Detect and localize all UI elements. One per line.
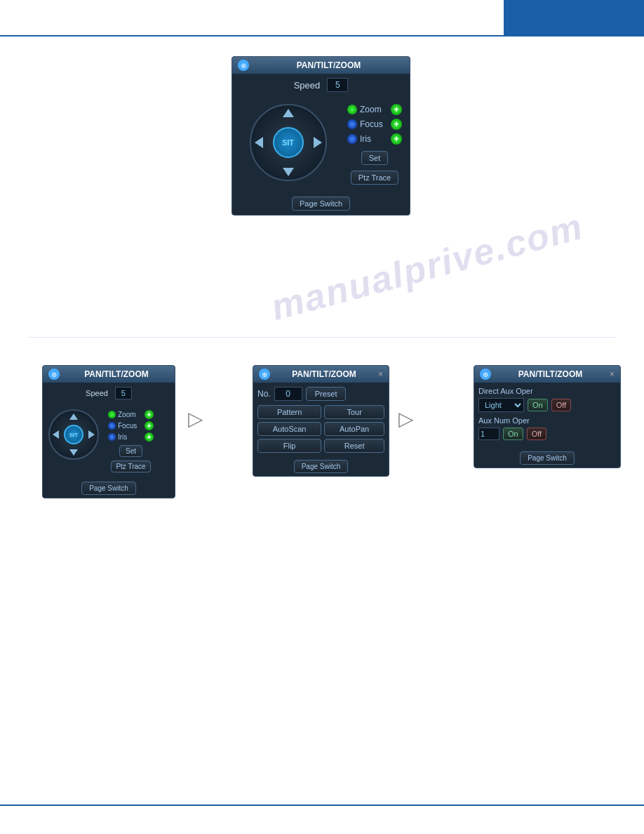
large-panel-title: PAN/TILT/ZOOM (253, 60, 404, 70)
small-1-page-switch-btn[interactable]: Page Switch (81, 482, 136, 495)
small-2-page-switch-btn[interactable]: Page Switch (294, 460, 349, 473)
small-3-page-switch-btn[interactable]: Page Switch (520, 451, 575, 465)
arrow-down-large[interactable] (283, 168, 294, 176)
small-1-zoom-row: Zoom + (108, 410, 154, 419)
preset-btn[interactable]: Preset (306, 387, 347, 401)
large-panel-inner: SIT Zoom + Focus + Iris + Set (232, 96, 410, 192)
small-panel-3-bottom: Page Switch (474, 449, 620, 468)
focus-label: Focus (360, 119, 388, 129)
large-focus-row: Focus + (347, 119, 402, 130)
autopan-btn[interactable]: AutoPan (324, 422, 384, 436)
small-1-iris-minus[interactable] (108, 433, 116, 441)
zoom-plus-btn[interactable]: + (391, 104, 402, 115)
large-set-btn[interactable]: Set (361, 151, 389, 165)
no-input[interactable] (274, 387, 302, 401)
small-1-focus-label: Focus (118, 422, 142, 430)
light-select[interactable]: Light (478, 398, 524, 412)
small-panel-1-controls: Zoom + Focus + Iris + Set Ptz Trace (105, 406, 157, 476)
small-1-iris-row: Iris + (108, 432, 154, 442)
between-arrow-1: ▷ (188, 407, 203, 430)
aux-num-on-btn[interactable]: On (503, 428, 523, 440)
large-ptz-panel: ⊕ PAN/TILT/ZOOM Speed SIT Zoom + (232, 56, 410, 216)
small-panel-3-title: PAN/TILT/ZOOM (495, 369, 605, 379)
small-1-focus-plus[interactable]: + (145, 421, 154, 430)
no-row: No. Preset (257, 387, 384, 402)
small-1-arrow-left[interactable] (53, 430, 59, 439)
top-bar (504, 0, 644, 35)
direct-aux-on-btn[interactable]: On (528, 399, 548, 411)
arrow-right-large[interactable] (314, 137, 322, 148)
large-panel-speed-label: Speed (294, 80, 321, 91)
reset-btn[interactable]: Reset (324, 439, 384, 453)
aux-num-input[interactable] (478, 428, 499, 440)
small-1-zoom-minus[interactable] (108, 411, 116, 418)
small-joystick-1-area: SIT (46, 406, 102, 463)
iris-minus-dot[interactable] (347, 134, 357, 144)
small-panel-1-title-bar: ⊕ PAN/TILT/ZOOM (43, 366, 175, 383)
large-ptz-trace-btn[interactable]: Ptz Trace (351, 171, 398, 185)
tour-btn[interactable]: Tour (324, 405, 384, 419)
zoom-minus-dot[interactable] (347, 105, 357, 114)
bottom-line (0, 805, 644, 806)
section-divider (28, 337, 616, 338)
small-1-zoom-label: Zoom (118, 411, 142, 418)
between-arrow-2: ▷ (398, 407, 414, 430)
small-panel-1-title: PAN/TILT/ZOOM (64, 369, 169, 379)
arrow-left-large[interactable] (255, 137, 263, 148)
no-label: No. (257, 389, 271, 399)
focus-minus-dot[interactable] (347, 119, 357, 129)
small-panel-1-speed-row: Speed (43, 383, 175, 404)
small-1-ptz-trace-btn[interactable]: Ptz Trace (111, 461, 150, 472)
small-1-iris-plus[interactable]: + (145, 432, 154, 442)
large-panel-speed-input[interactable] (327, 78, 348, 92)
small-panel-3-close[interactable]: × (610, 369, 615, 379)
small-panel-1-inner: SIT Zoom + Focus + Iris + Set (43, 404, 175, 479)
small-1-set-btn[interactable]: Set (119, 445, 142, 457)
focus-plus-btn[interactable]: + (391, 119, 402, 130)
small-1-zoom-plus[interactable]: + (145, 410, 154, 419)
small-panel-1-speed-input[interactable] (115, 387, 132, 399)
small-panel-2-title: PAN/TILT/ZOOM (274, 369, 374, 379)
aux-num-row: On Off (478, 428, 616, 440)
small-panel-2-icon: ⊕ (259, 369, 270, 380)
iris-plus-btn[interactable]: + (391, 133, 402, 145)
direct-aux-row: Light On Off (478, 398, 616, 412)
pattern-btn[interactable]: Pattern (257, 405, 321, 419)
large-page-switch-btn[interactable]: Page Switch (292, 197, 350, 211)
large-joystick-circle[interactable]: SIT (250, 104, 327, 181)
small-1-focus-minus[interactable] (108, 422, 116, 430)
small-panel-1-icon: ⊕ (48, 369, 60, 380)
small-joystick-1-circle[interactable]: SIT (48, 409, 99, 460)
small-panel-1-speed-label: Speed (86, 389, 108, 397)
small-1-arrow-down[interactable] (69, 449, 78, 456)
small-joystick-1-center[interactable]: SIT (64, 425, 83, 444)
large-zoom-row: Zoom + (347, 104, 402, 115)
large-joystick-center[interactable]: SIT (273, 127, 304, 158)
small-panel-3-content: Direct Aux Oper Light On Off Aux Num Ope… (474, 383, 620, 449)
small-panel-2-bottom: Page Switch (253, 457, 389, 476)
large-panel-title-bar: ⊕ PAN/TILT/ZOOM (232, 57, 410, 74)
small-panel-2-grid: No. Preset Pattern Tour AutoScan AutoPan… (253, 383, 389, 457)
large-panel-icon: ⊕ (238, 60, 249, 71)
direct-aux-title: Direct Aux Oper (478, 387, 616, 395)
small-1-arrow-right[interactable] (88, 430, 95, 439)
small-ptz-panel-1: ⊕ PAN/TILT/ZOOM Speed SIT Zoom + (42, 365, 175, 498)
small-panel-3-icon: ⊕ (480, 369, 491, 380)
top-line (0, 35, 644, 37)
small-panel-2-close[interactable]: × (378, 369, 383, 379)
autoscan-btn[interactable]: AutoScan (257, 422, 321, 436)
large-iris-row: Iris + (347, 133, 402, 145)
arrow-up-large[interactable] (283, 109, 294, 117)
iris-label: Iris (360, 134, 388, 144)
direct-aux-off-btn[interactable]: Off (551, 399, 571, 411)
large-panel-bottom: Page Switch (232, 192, 410, 215)
flip-btn[interactable]: Flip (257, 439, 321, 453)
small-1-arrow-up[interactable] (69, 413, 78, 420)
small-ptz-panel-2: ⊕ PAN/TILT/ZOOM × No. Preset Pattern Tou… (253, 365, 389, 477)
small-panel-2-title-bar: ⊕ PAN/TILT/ZOOM × (253, 366, 389, 383)
small-1-focus-row: Focus + (108, 421, 154, 430)
small-panel-3-title-bar: ⊕ PAN/TILT/ZOOM × (474, 366, 620, 383)
large-joystick-area: SIT (246, 100, 330, 185)
aux-num-off-btn[interactable]: Off (527, 428, 546, 440)
watermark: manualprive.com (267, 205, 588, 329)
